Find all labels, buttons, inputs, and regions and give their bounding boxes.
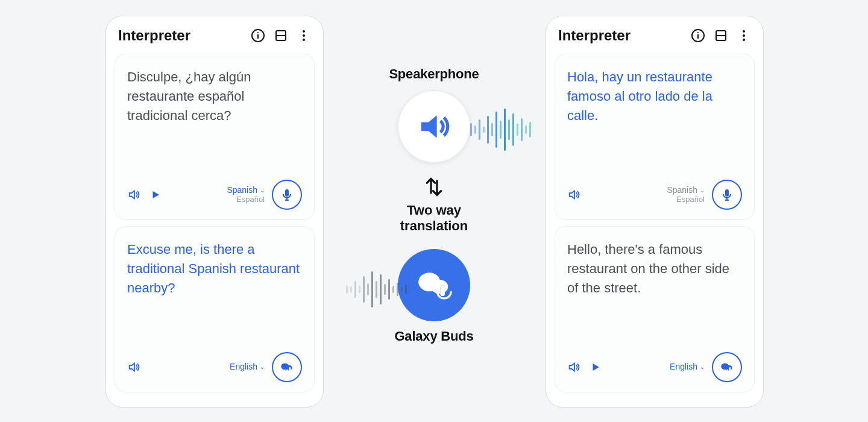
window-layout-icon[interactable] [274,28,288,43]
speakerphone-icon [417,110,451,143]
language-secondary: Español [236,195,265,204]
language-selector-bottom[interactable]: English ⌄ [230,362,265,371]
language-selector-top[interactable]: Spanish ⌄ Español [227,186,265,204]
buds-mic-button[interactable] [712,352,742,382]
translation-text: Excuse me, is there a traditional Spanis… [127,240,302,298]
translation-bar: English ⌄ [567,352,742,382]
two-way-label-line2: translation [338,218,530,234]
svg-rect-16 [289,367,291,371]
info-icon[interactable] [691,28,705,43]
chevron-down-icon: ⌄ [260,364,265,370]
buds-label: Galaxy Buds [338,329,530,344]
language-selector-bottom[interactable]: English ⌄ [670,362,705,371]
phone-right: Interpreter Hola, hay un restaurante fam… [546,16,764,408]
svg-rect-10 [285,189,289,197]
waveform-teal [470,109,531,151]
source-bar: Spanish ⌄ Español [127,180,302,210]
svg-point-36 [431,280,448,294]
speaker-icon[interactable] [567,188,580,201]
mic-button-top[interactable] [712,180,742,210]
svg-point-7 [303,39,305,41]
svg-marker-29 [570,364,574,371]
mic-button-top[interactable] [272,180,302,210]
language-secondary: Español [676,195,705,204]
speaker-icon[interactable] [567,361,580,374]
waveform-gray [346,271,407,307]
svg-rect-26 [725,189,729,197]
svg-point-2 [257,32,259,33]
translation-card: Hello, there's a famous restaurant on th… [555,226,755,392]
swap-arrows-icon [422,175,446,199]
source-text: Hola, hay un restaurante famoso al otro … [567,68,742,125]
two-way-label-line1: Two way [338,203,530,218]
svg-marker-9 [153,191,160,198]
window-layout-icon[interactable] [714,28,728,43]
titlebar-icons [691,28,751,43]
play-icon[interactable] [149,188,162,201]
language-primary: English [230,362,257,371]
svg-marker-34 [421,115,437,137]
language-primary: Spanish [227,186,257,195]
speakerphone-circle [398,90,470,163]
buds-circle [398,249,470,321]
info-icon[interactable] [251,28,265,43]
titlebar-icons [251,28,311,43]
phone-left: Interpreter Disculpe, ¿hay algún restaur… [105,16,324,408]
app-title: Interpreter [558,27,631,44]
chevron-down-icon: ⌄ [260,187,265,194]
speaker-icon[interactable] [127,188,140,201]
svg-rect-33 [729,367,731,371]
source-text: Disculpe, ¿hay algún restaurante español… [127,68,302,125]
speakerphone-label: Speakerphone [338,66,530,82]
translation-card: Excuse me, is there a traditional Spanis… [115,226,315,392]
language-primary: English [670,362,697,371]
svg-point-5 [303,30,305,33]
titlebar: Interpreter [555,27,755,54]
svg-point-6 [303,34,305,37]
svg-marker-25 [570,191,574,199]
source-card: Disculpe, ¿hay algún restaurante español… [115,54,315,220]
chevron-down-icon: ⌄ [700,187,705,194]
more-icon[interactable] [297,28,311,43]
play-icon[interactable] [589,361,602,374]
source-card: Hola, hay un restaurante famoso al otro … [555,54,755,220]
language-primary: Spanish [667,186,697,195]
svg-point-23 [743,34,745,37]
titlebar: Interpreter [115,27,315,54]
svg-marker-13 [130,364,134,371]
speaker-icon[interactable] [127,361,140,374]
source-bar: Spanish ⌄ Español [567,180,742,210]
svg-point-24 [743,39,745,41]
more-icon[interactable] [737,28,751,43]
language-selector-top[interactable]: Spanish ⌄ Español [667,186,705,204]
svg-point-19 [697,32,699,33]
svg-rect-38 [440,285,445,296]
buds-icon [415,266,453,304]
translation-bar: English ⌄ [127,352,302,382]
chevron-down-icon: ⌄ [700,364,705,370]
buds-mic-button[interactable] [272,352,302,382]
app-title: Interpreter [118,27,190,44]
svg-marker-8 [130,191,134,199]
svg-marker-30 [593,364,600,371]
svg-point-22 [743,30,745,33]
translation-text: Hello, there's a famous restaurant on th… [567,240,742,298]
